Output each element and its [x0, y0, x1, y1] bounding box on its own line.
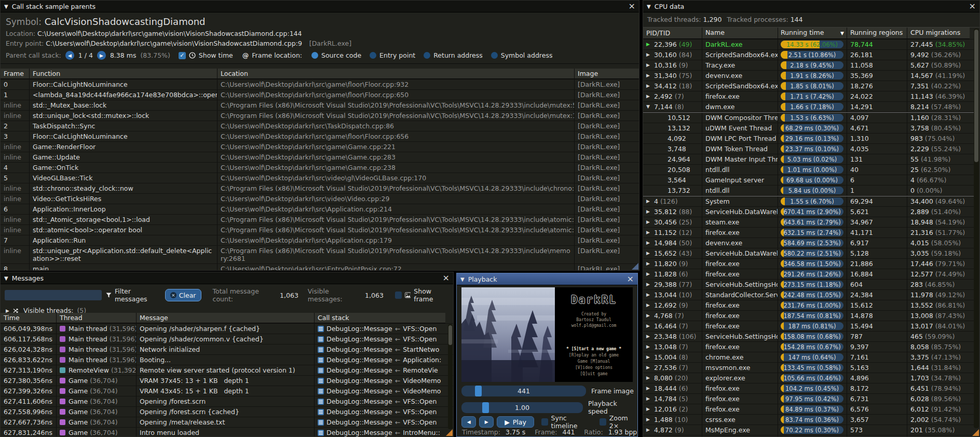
cpu-row[interactable]: ▶11,828(6)firefox.exe291.26 ms (1.26%)16…: [643, 269, 974, 280]
show-time-checkbox[interactable]: ✓: [179, 52, 186, 59]
cpu-row[interactable]: ▶30,456(25)steam.exe643.61 ms (2.79%)34,…: [643, 217, 974, 228]
filter-input[interactable]: [5, 290, 102, 300]
collapse-icon[interactable]: ▼: [4, 275, 8, 281]
message-row[interactable]: 606,117,568nsMain thread (31,596)Opening…: [1, 334, 453, 345]
callstack-row[interactable]: inlinestd::unique_lock<std::mutex>::lock…: [1, 111, 639, 121]
message-row[interactable]: 627,380,356nsGame (36,704)VRAM 37x45: 13…: [1, 376, 453, 386]
chevron-right-icon[interactable]: ▶: [646, 395, 652, 403]
callstack-cell[interactable]: DebugLog::Message←VFS::Open: [315, 334, 445, 344]
frame-location-option[interactable]: Return address: [424, 51, 483, 59]
cpu-row[interactable]: 10,512DWM Compositor Thread1.53 s (6.63%…: [643, 112, 974, 123]
cpu-row[interactable]: ▶10,316(9)Tracy.exe2.18 s (9.45%)11,0585…: [643, 60, 974, 71]
column-header[interactable]: Function: [30, 69, 217, 79]
callstack-list-icon[interactable]: [318, 419, 324, 426]
chevron-right-icon[interactable]: ▶: [646, 208, 652, 216]
radio-icon[interactable]: [424, 52, 430, 59]
cpu-row[interactable]: ▶29,388(77)ServiceHub.SettingsHost273.15…: [643, 280, 974, 290]
frame-location-option[interactable]: Entry point: [370, 51, 415, 59]
chevron-right-icon[interactable]: ▶: [646, 72, 652, 80]
chevron-right-icon[interactable]: ▶: [646, 385, 652, 392]
callstack-row[interactable]: 5VideoGLBase::TickC:\Users\wolf\Desktop\…: [1, 173, 639, 183]
message-row[interactable]: 627,831,246nsGame (36,704)Intro menu loa…: [1, 428, 453, 437]
cpu-row[interactable]: ▶14,784(5)firefox.exe97.95 ms (0.42%)6,7…: [643, 394, 974, 404]
column-header[interactable]: Thread: [57, 313, 137, 323]
callstack-list-icon[interactable]: [318, 326, 324, 332]
column-header[interactable]: PID/TID: [643, 28, 702, 39]
callstack-row[interactable]: inlinestd::chrono::steady_clock::nowC:\P…: [1, 183, 639, 194]
radio-icon[interactable]: [491, 52, 498, 59]
cpu-row[interactable]: ▶22,396(49)DarkRL.exe14.33 s (62.06%)78,…: [643, 39, 974, 50]
cpu-row[interactable]: ▶4(126)System1.55 s (6.70%)69,29434,400 …: [643, 196, 974, 207]
resize-grip[interactable]: [446, 429, 453, 436]
cpu-row[interactable]: ▶14,984(50)devenv.exe584.69 ms (2.53%)6,…: [643, 238, 974, 248]
chevron-right-icon[interactable]: ▶: [646, 374, 652, 382]
callstack-row[interactable]: inlinestd::_Atomic_storage<bool,1>::load…: [1, 215, 639, 225]
chevron-right-icon[interactable]: ▶: [646, 92, 652, 100]
chevron-right-icon[interactable]: ▶: [646, 322, 652, 330]
message-row[interactable]: 626,833,622nsMain thread (31,596)Booting…: [1, 355, 453, 365]
cpu-panel-header[interactable]: ▼ CPU data ×: [643, 1, 979, 12]
callstack-row[interactable]: 1<lambda_84a19dc444fae966ca174e83e708bdc…: [1, 90, 639, 100]
close-icon[interactable]: ×: [969, 2, 976, 10]
radio-icon[interactable]: [311, 52, 318, 59]
cpu-row[interactable]: ▶11,152(12)firefox.exe632.15 ms (2.74%)4…: [643, 228, 974, 238]
callstack-list-icon[interactable]: [318, 378, 324, 384]
chevron-right-icon[interactable]: ▶: [646, 343, 652, 351]
callstack-cell[interactable]: DebugLog::Message←IntroMenu::: [315, 428, 445, 437]
message-row[interactable]: 626,024,328nsMain thread (31,596)Network…: [1, 345, 453, 355]
cpu-row[interactable]: ▶8,080(20)explorer.exe105.66 ms (0.46%)4…: [643, 373, 974, 383]
cpu-row[interactable]: ▶18,444(6)firefox.exe104.2 ms (0.45%)8,1…: [643, 383, 974, 394]
chevron-right-icon[interactable]: ▶: [646, 239, 652, 247]
cpu-row[interactable]: ▶34,412(18)ScriptedSandbox64.exe1.85 s (…: [643, 81, 974, 91]
callstack-list-icon[interactable]: [318, 367, 324, 374]
close-icon[interactable]: ×: [443, 274, 450, 282]
sync-timeline-checkbox[interactable]: [541, 418, 548, 426]
collapse-icon[interactable]: ▼: [4, 4, 8, 9]
chevron-right-icon[interactable]: ▶: [646, 82, 652, 90]
cpu-row[interactable]: ▶4,872(9)MsMpEng.exe70.22 ms (0.30%)5732…: [643, 425, 974, 435]
chevron-right-icon[interactable]: ▶: [646, 51, 652, 59]
cpu-row[interactable]: ▶13,044(10)StandardCollector.Service242.…: [643, 290, 974, 300]
callstack-row[interactable]: 4Game::OnTickC:\Users\wolf\Desktop\darkr…: [1, 163, 639, 173]
cpu-row[interactable]: ▶16,464(7)firefox.exe187 ms (0.81%)15,49…: [643, 321, 974, 332]
chevron-down-icon[interactable]: ▼: [646, 103, 652, 111]
callstack-row[interactable]: 6Application::InnerLoopC:\Users\wolf\Des…: [1, 204, 639, 215]
collapse-icon[interactable]: ▼: [647, 4, 651, 9]
chevron-right-icon[interactable]: ▶: [646, 301, 652, 309]
column-header[interactable]: Message: [137, 313, 315, 323]
callstack-row[interactable]: 3Floor::CalcLightNoLuminanceC:\Users\wol…: [1, 131, 639, 142]
close-icon[interactable]: ×: [627, 275, 634, 283]
chevron-right-icon[interactable]: ▶: [646, 364, 652, 372]
frame-location-option[interactable]: Symbol address: [491, 51, 553, 59]
column-header[interactable]: Location: [217, 69, 575, 79]
callstack-cell[interactable]: DebugLog::Message←StartNetwo: [315, 345, 445, 354]
column-header[interactable]: Image: [575, 69, 639, 79]
message-row[interactable]: 627,313,190nsRemoteView (31,392)Remote v…: [1, 365, 453, 376]
chevron-right-icon[interactable]: ▶: [646, 426, 652, 434]
cpu-row[interactable]: ▶12,016(2)firefox.exe84.89 ms (0.37%)6,5…: [643, 404, 974, 415]
callstack-list-icon[interactable]: [318, 430, 324, 436]
callstack-cell[interactable]: DebugLog::Message←VideoMemo: [315, 376, 445, 386]
resize-grip[interactable]: [632, 263, 638, 270]
show-frame-checkbox[interactable]: [395, 292, 402, 299]
callstack-list-icon[interactable]: [318, 347, 324, 353]
message-row[interactable]: 627,558,996nsGame (36,704)Opening /fores…: [1, 407, 453, 417]
callstack-row[interactable]: inlineGame::UpdateC:\Users\wolf\Desktop\…: [1, 152, 639, 163]
callstack-row[interactable]: 2TaskDispatch::SyncC:\Users\wolf\Desktop…: [1, 121, 639, 131]
cpu-row[interactable]: 20,508ntdll.dll1.01 ms (0.00%)4025 (62.5…: [643, 165, 974, 175]
callstack-list-icon[interactable]: [318, 357, 324, 363]
cpu-row[interactable]: ▶23,348(106)ServiceHub.SettingsHost158.0…: [643, 332, 974, 342]
callstack-row[interactable]: 7Application::RunC:\Users\wolf\Desktop\d…: [1, 235, 639, 246]
callstack-cell[interactable]: DebugLog::Message←Application:: [315, 355, 445, 365]
close-icon[interactable]: ×: [629, 2, 635, 10]
cpu-row[interactable]: 13,732ntdll.dll5.84 us (0.00%)10 (0.00%): [643, 186, 974, 196]
message-row[interactable]: 606,049,398nsMain thread (31,596)Opening…: [1, 324, 453, 334]
chevron-right-icon[interactable]: ▶: [646, 197, 652, 205]
frame-location-option[interactable]: Source code: [311, 51, 361, 59]
cpu-row[interactable]: 4,092DWM LPC Port Thread29.16 ms (0.13%)…: [643, 134, 974, 144]
callstack-list-icon[interactable]: [318, 388, 324, 394]
chevron-right-icon[interactable]: ▶: [646, 260, 652, 268]
chevron-right-icon[interactable]: ▶: [646, 312, 652, 320]
cpu-row[interactable]: 24,964DWM Master Input Thread5.03 ms (0.…: [643, 154, 974, 165]
callstack-panel-header[interactable]: ▼ Call stack sample parents ×: [1, 1, 639, 12]
